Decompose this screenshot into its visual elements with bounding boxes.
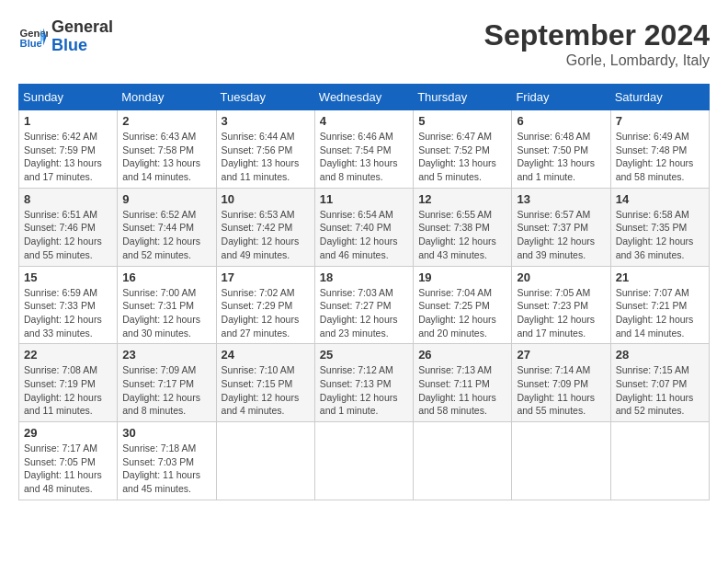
day-info: Sunrise: 6:54 AM Sunset: 7:40 PM Dayligh…: [320, 208, 408, 262]
calendar-week-row: 15Sunrise: 6:59 AM Sunset: 7:33 PM Dayli…: [19, 266, 710, 344]
calendar-day-cell: 6Sunrise: 6:48 AM Sunset: 7:50 PM Daylig…: [512, 110, 610, 189]
day-number: 11: [320, 192, 408, 206]
calendar-day-cell: 28Sunrise: 7:15 AM Sunset: 7:07 PM Dayli…: [610, 344, 709, 422]
day-info: Sunrise: 6:59 AM Sunset: 7:33 PM Dayligh…: [24, 286, 112, 340]
day-number: 13: [517, 192, 605, 206]
weekday-header-sunday: Sunday: [19, 85, 118, 110]
day-number: 3: [222, 114, 310, 128]
day-info: Sunrise: 7:18 AM Sunset: 7:03 PM Dayligh…: [122, 442, 210, 496]
day-number: 29: [24, 426, 112, 440]
calendar-day-cell: 9Sunrise: 6:52 AM Sunset: 7:44 PM Daylig…: [118, 188, 216, 266]
day-info: Sunrise: 7:07 AM Sunset: 7:21 PM Dayligh…: [616, 286, 704, 340]
month-title: September 2024: [484, 18, 710, 52]
calendar-table: SundayMondayTuesdayWednesdayThursdayFrid…: [18, 84, 710, 500]
weekday-header-saturday: Saturday: [610, 85, 709, 110]
day-info: Sunrise: 7:03 AM Sunset: 7:27 PM Dayligh…: [320, 286, 408, 340]
day-info: Sunrise: 7:02 AM Sunset: 7:29 PM Dayligh…: [222, 286, 310, 340]
day-info: Sunrise: 7:14 AM Sunset: 7:09 PM Dayligh…: [517, 363, 605, 418]
day-info: Sunrise: 6:44 AM Sunset: 7:56 PM Dayligh…: [222, 130, 310, 184]
calendar-day-cell: 29Sunrise: 7:17 AM Sunset: 7:05 PM Dayli…: [19, 422, 118, 500]
day-info: Sunrise: 7:05 AM Sunset: 7:23 PM Dayligh…: [517, 286, 605, 340]
location: Gorle, Lombardy, Italy: [484, 52, 710, 69]
day-number: 21: [616, 270, 704, 284]
day-info: Sunrise: 7:04 AM Sunset: 7:25 PM Dayligh…: [418, 286, 506, 340]
day-info: Sunrise: 6:47 AM Sunset: 7:52 PM Dayligh…: [418, 130, 506, 184]
calendar-day-cell: [314, 422, 413, 500]
calendar-day-cell: 16Sunrise: 7:00 AM Sunset: 7:31 PM Dayli…: [118, 266, 216, 344]
calendar-header: SundayMondayTuesdayWednesdayThursdayFrid…: [19, 85, 710, 110]
page-header: General Blue General Blue September 2024…: [18, 18, 710, 69]
calendar-day-cell: 5Sunrise: 6:47 AM Sunset: 7:52 PM Daylig…: [414, 110, 512, 189]
weekday-header-monday: Monday: [118, 85, 216, 110]
day-number: 8: [24, 192, 112, 206]
calendar-day-cell: 17Sunrise: 7:02 AM Sunset: 7:29 PM Dayli…: [216, 266, 314, 344]
logo-icon: General Blue: [18, 22, 48, 52]
title-block: September 2024 Gorle, Lombardy, Italy: [484, 18, 710, 69]
weekday-header-wednesday: Wednesday: [314, 85, 413, 110]
calendar-day-cell: 27Sunrise: 7:14 AM Sunset: 7:09 PM Dayli…: [512, 344, 610, 422]
calendar-day-cell: 13Sunrise: 6:57 AM Sunset: 7:37 PM Dayli…: [512, 188, 610, 266]
calendar-day-cell: 14Sunrise: 6:58 AM Sunset: 7:35 PM Dayli…: [610, 188, 709, 266]
calendar-day-cell: 2Sunrise: 6:43 AM Sunset: 7:58 PM Daylig…: [118, 110, 216, 189]
day-number: 22: [24, 348, 112, 362]
calendar-day-cell: 18Sunrise: 7:03 AM Sunset: 7:27 PM Dayli…: [314, 266, 413, 344]
calendar-day-cell: 19Sunrise: 7:04 AM Sunset: 7:25 PM Dayli…: [414, 266, 512, 344]
day-number: 14: [616, 192, 704, 206]
calendar-day-cell: [512, 422, 610, 500]
day-number: 4: [320, 114, 408, 128]
day-number: 26: [418, 348, 506, 362]
day-info: Sunrise: 7:12 AM Sunset: 7:13 PM Dayligh…: [320, 363, 408, 418]
day-info: Sunrise: 6:53 AM Sunset: 7:42 PM Dayligh…: [222, 208, 310, 262]
day-number: 30: [122, 426, 210, 440]
day-info: Sunrise: 7:15 AM Sunset: 7:07 PM Dayligh…: [616, 363, 704, 418]
day-number: 24: [222, 348, 310, 362]
day-number: 7: [616, 114, 704, 128]
calendar-day-cell: 24Sunrise: 7:10 AM Sunset: 7:15 PM Dayli…: [216, 344, 314, 422]
logo-text: General Blue: [51, 18, 113, 55]
day-number: 5: [418, 114, 506, 128]
day-info: Sunrise: 6:58 AM Sunset: 7:35 PM Dayligh…: [616, 208, 704, 262]
weekday-header-friday: Friday: [512, 85, 610, 110]
day-number: 23: [122, 348, 210, 362]
calendar-day-cell: 8Sunrise: 6:51 AM Sunset: 7:46 PM Daylig…: [19, 188, 118, 266]
calendar-day-cell: 22Sunrise: 7:08 AM Sunset: 7:19 PM Dayli…: [19, 344, 118, 422]
day-info: Sunrise: 6:55 AM Sunset: 7:38 PM Dayligh…: [418, 208, 506, 262]
calendar-day-cell: 23Sunrise: 7:09 AM Sunset: 7:17 PM Dayli…: [118, 344, 216, 422]
calendar-day-cell: 21Sunrise: 7:07 AM Sunset: 7:21 PM Dayli…: [610, 266, 709, 344]
calendar-week-row: 22Sunrise: 7:08 AM Sunset: 7:19 PM Dayli…: [19, 344, 710, 422]
weekday-header-thursday: Thursday: [414, 85, 512, 110]
day-number: 25: [320, 348, 408, 362]
day-info: Sunrise: 7:09 AM Sunset: 7:17 PM Dayligh…: [122, 363, 210, 418]
calendar-day-cell: [216, 422, 314, 500]
svg-text:Blue: Blue: [20, 38, 42, 49]
calendar-day-cell: 30Sunrise: 7:18 AM Sunset: 7:03 PM Dayli…: [118, 422, 216, 500]
calendar-day-cell: 7Sunrise: 6:49 AM Sunset: 7:48 PM Daylig…: [610, 110, 709, 189]
day-info: Sunrise: 6:46 AM Sunset: 7:54 PM Dayligh…: [320, 130, 408, 184]
calendar-day-cell: 15Sunrise: 6:59 AM Sunset: 7:33 PM Dayli…: [19, 266, 118, 344]
calendar-day-cell: [610, 422, 709, 500]
day-number: 2: [122, 114, 210, 128]
day-number: 19: [418, 270, 506, 284]
calendar-day-cell: 10Sunrise: 6:53 AM Sunset: 7:42 PM Dayli…: [216, 188, 314, 266]
day-number: 16: [122, 270, 210, 284]
calendar-day-cell: 4Sunrise: 6:46 AM Sunset: 7:54 PM Daylig…: [314, 110, 413, 189]
day-number: 9: [122, 192, 210, 206]
day-info: Sunrise: 6:49 AM Sunset: 7:48 PM Dayligh…: [616, 130, 704, 184]
day-info: Sunrise: 6:48 AM Sunset: 7:50 PM Dayligh…: [517, 130, 605, 184]
day-info: Sunrise: 7:00 AM Sunset: 7:31 PM Dayligh…: [122, 286, 210, 340]
calendar-body: 1Sunrise: 6:42 AM Sunset: 7:59 PM Daylig…: [19, 110, 710, 500]
calendar-week-row: 8Sunrise: 6:51 AM Sunset: 7:46 PM Daylig…: [19, 188, 710, 266]
day-info: Sunrise: 6:42 AM Sunset: 7:59 PM Dayligh…: [24, 130, 112, 184]
calendar-day-cell: [414, 422, 512, 500]
calendar-day-cell: 1Sunrise: 6:42 AM Sunset: 7:59 PM Daylig…: [19, 110, 118, 189]
calendar-week-row: 1Sunrise: 6:42 AM Sunset: 7:59 PM Daylig…: [19, 110, 710, 189]
day-number: 15: [24, 270, 112, 284]
calendar-day-cell: 11Sunrise: 6:54 AM Sunset: 7:40 PM Dayli…: [314, 188, 413, 266]
calendar-day-cell: 26Sunrise: 7:13 AM Sunset: 7:11 PM Dayli…: [414, 344, 512, 422]
day-info: Sunrise: 6:52 AM Sunset: 7:44 PM Dayligh…: [122, 208, 210, 262]
day-number: 20: [517, 270, 605, 284]
day-number: 18: [320, 270, 408, 284]
day-info: Sunrise: 7:13 AM Sunset: 7:11 PM Dayligh…: [418, 363, 506, 418]
day-info: Sunrise: 6:51 AM Sunset: 7:46 PM Dayligh…: [24, 208, 112, 262]
day-number: 27: [517, 348, 605, 362]
